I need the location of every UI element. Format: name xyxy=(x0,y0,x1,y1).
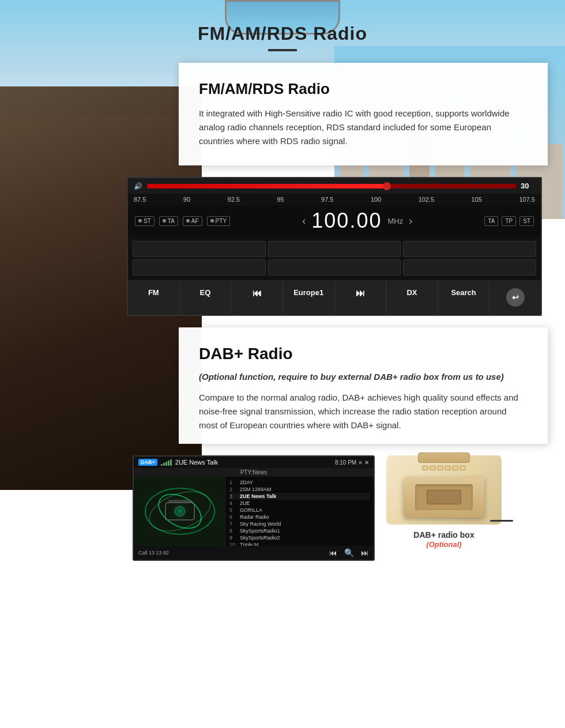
dx-button[interactable]: DX xyxy=(386,280,438,315)
freq-mark-1: 87.5 xyxy=(134,196,146,203)
preset-btn-1[interactable] xyxy=(133,241,266,257)
preset-btn-5[interactable] xyxy=(268,259,401,276)
dab-description: Compare to the normal analog radio, DAB+… xyxy=(199,391,528,432)
volume-bar-fill xyxy=(147,184,387,188)
radio-screen: 🔊 30 87.5 90 92.5 95 97.5 100 102.5 105 … xyxy=(127,177,542,316)
freq-mark-3: 92.5 xyxy=(228,196,240,203)
radio-badges: ST TA AF PTY xyxy=(135,216,230,226)
dab-header: DAB+ 2UE News Talk 8:10 PM ≡ ✕ xyxy=(134,457,374,468)
frequency-display: 100.00 xyxy=(311,209,382,233)
badge-af-dot xyxy=(186,219,190,222)
search-button[interactable]: Search xyxy=(438,280,490,315)
dab-footer: Call 13 13 82 ⏮ 🔍 ⏭ xyxy=(134,546,374,560)
connector-5 xyxy=(453,466,458,470)
europe1-button[interactable]: Europe1 xyxy=(283,280,335,315)
dab-box-chip xyxy=(427,490,461,504)
badge-ta-label: TA xyxy=(168,218,175,224)
frequency-unit: MHz xyxy=(387,217,403,225)
dab-box-label: DAB+ radio box (Optional) xyxy=(413,530,474,549)
preset-btn-2[interactable] xyxy=(268,241,401,257)
fm-radio-heading: FM/AM/RDS Radio xyxy=(199,80,528,98)
dab-channel-list: 1 2DAY 2 2SM 1269AM 3 2UE News Talk 4 2U… xyxy=(226,477,374,546)
channel-4[interactable]: 4 2UE xyxy=(229,500,370,507)
back-button[interactable]: ↩ xyxy=(489,280,541,315)
dab-box-body xyxy=(404,477,484,518)
preset-btn-4[interactable] xyxy=(133,259,266,276)
dab-footer-text: Call 13 13 82 xyxy=(138,550,169,556)
dab-header-left: DAB+ 2UE News Talk xyxy=(138,459,218,466)
channel-3[interactable]: 3 2UE News Talk xyxy=(229,493,370,500)
dab-time: 8:10 PM xyxy=(335,459,356,466)
connector-6 xyxy=(460,466,466,470)
page-title: FM/AM/RDS Radio xyxy=(0,23,565,44)
badge-st-right-label: ST xyxy=(523,218,530,224)
freq-mark-2: 90 xyxy=(183,196,190,203)
prev-button[interactable]: ⏮ xyxy=(231,280,283,315)
fm-button[interactable]: FM xyxy=(128,280,180,315)
badge-ta-dot xyxy=(163,219,166,222)
dab-box-cable xyxy=(490,520,513,522)
dab-box-visual xyxy=(386,455,502,525)
channel-8[interactable]: 8 SkySportsRadio1 xyxy=(229,527,370,534)
dab-bottom-row: DAB+ 2UE News Talk 8:10 PM ≡ ✕ P xyxy=(29,455,536,561)
dab-pty: PTY:News xyxy=(134,468,374,477)
radio-right-badges: TA TP ST xyxy=(484,216,534,226)
badge-tp: TP xyxy=(502,216,516,226)
signal-bars xyxy=(161,459,172,466)
next-icon: ⏭ xyxy=(356,288,365,298)
badge-pty-label: PTY xyxy=(216,218,227,224)
fm-radio-description: It integrated with High-Sensitive radio … xyxy=(199,107,528,148)
freq-prev-arrow[interactable]: ‹ xyxy=(302,215,306,227)
badge-st-right: ST xyxy=(519,216,534,226)
freq-mark-7: 102.5 xyxy=(419,196,435,203)
dab-box-label-text: DAB+ radio box xyxy=(413,530,474,540)
dab-optional-note: (Optional function, require to buy exter… xyxy=(199,370,528,384)
channel-5[interactable]: 5 GORILLA xyxy=(229,507,370,514)
dab-next-button[interactable]: ⏭ xyxy=(361,548,369,557)
preset-btn-6[interactable] xyxy=(403,259,536,276)
badge-af[interactable]: AF xyxy=(183,216,202,226)
dab-menu-icon: ≡ xyxy=(359,459,362,466)
next-button[interactable]: ⏭ xyxy=(335,280,387,315)
prev-icon: ⏮ xyxy=(253,288,262,298)
volume-bar-background[interactable] xyxy=(147,184,516,188)
badge-ta[interactable]: TA xyxy=(159,216,178,226)
back-icon: ↩ xyxy=(506,288,525,307)
channel-1[interactable]: 1 2DAY xyxy=(229,479,370,486)
channel-7[interactable]: 7 Sky Racing World xyxy=(229,520,370,527)
radio-freq-display: ‹ 100.00 MHz › xyxy=(302,209,412,233)
badge-pty[interactable]: PTY xyxy=(207,216,230,226)
dab-prev-button[interactable]: ⏮ xyxy=(329,548,337,557)
channel-10[interactable]: 10 Triple M xyxy=(229,541,370,546)
freq-mark-8: 105 xyxy=(472,196,482,203)
badge-st-dot xyxy=(138,219,142,222)
signal-bar-4 xyxy=(168,461,170,466)
eq-button[interactable]: EQ xyxy=(180,280,232,315)
channel-6[interactable]: 6 Radar Radio xyxy=(229,514,370,520)
signal-bar-5 xyxy=(170,459,172,466)
volume-thumb xyxy=(383,182,391,190)
radio-controls: ST TA AF PTY ‹ xyxy=(128,205,541,236)
freq-next-arrow[interactable]: › xyxy=(409,215,412,227)
dab-box-inner xyxy=(415,484,473,510)
preset-btn-3[interactable] xyxy=(403,241,536,257)
volume-icon: 🔊 xyxy=(134,182,142,190)
dab-box-top-connector xyxy=(418,452,470,463)
badge-pty-dot xyxy=(210,219,214,222)
dab-search-button[interactable]: 🔍 xyxy=(344,548,354,557)
connector-2 xyxy=(430,466,436,470)
dab-description-card: DAB+ Radio (Optional function, require t… xyxy=(179,327,548,444)
dab-radio-box-section: DAB+ radio box (Optional) xyxy=(386,455,502,549)
freq-mark-9: 107.5 xyxy=(519,196,535,203)
freq-mark-6: 100 xyxy=(371,196,381,203)
signal-bar-3 xyxy=(165,462,167,466)
dab-close-icon[interactable]: ✕ xyxy=(364,459,369,466)
connector-3 xyxy=(438,466,443,470)
badge-tp-label: TP xyxy=(505,218,513,224)
channel-9[interactable]: 9 SkySportsRadio2 xyxy=(229,534,370,541)
dab-box-connectors-row xyxy=(423,466,466,470)
badge-st[interactable]: ST xyxy=(135,216,155,226)
channel-2[interactable]: 2 2SM 1269AM xyxy=(229,486,370,493)
connector-4 xyxy=(445,466,451,470)
badge-af-label: AF xyxy=(191,218,199,224)
